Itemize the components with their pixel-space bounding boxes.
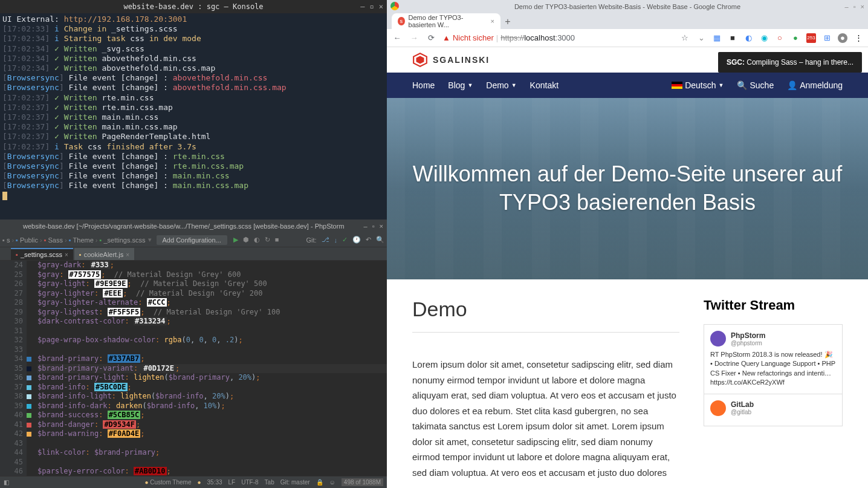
code-area[interactable]: $gray-dark: #333;$gray: #757575; // Mate… xyxy=(27,261,387,476)
maximize-icon[interactable]: ▫ xyxy=(853,0,856,13)
main-nav: Home Blog ▼ Demo ▼ Kontakt Deutsch ▼ 🔍 S… xyxy=(387,73,868,98)
svg-marker-1 xyxy=(416,56,424,64)
close-tab-icon[interactable]: × xyxy=(491,18,494,25)
tweet[interactable]: PhpStorm@phpstorm RT PhpStorm 2018.3 is … xyxy=(704,324,843,394)
browser-tab[interactable]: s Demo der TYPO3-basierten W... × xyxy=(392,13,500,29)
code-editor[interactable]: 2425262728293031323334353637383940414243… xyxy=(0,261,387,476)
flag-de-icon xyxy=(672,82,682,89)
line-separator[interactable]: LF xyxy=(228,479,236,486)
phpstorm-titlebar: website-base.dev [~/Projects/vagrant-web… xyxy=(0,220,387,233)
nav-blog[interactable]: Blog ▼ xyxy=(448,80,473,90)
minimize-icon[interactable]: – xyxy=(364,220,368,233)
search-button[interactable]: 🔍 Suche xyxy=(737,80,774,90)
ext-icon[interactable]: ⌄ xyxy=(696,33,706,43)
konsole-window: website-base.dev : sgc — Konsole – ▫ × U… xyxy=(0,0,387,220)
security-warning[interactable]: ▲ Nicht sicher xyxy=(442,33,494,42)
tweet-handle: @gitlab xyxy=(731,409,754,415)
editor-tabs: ▪ _settings.scss ×▪ cookieAlert.js × xyxy=(0,247,387,261)
sidebar: Twitter Stream PhpStorm@phpstorm RT PhpS… xyxy=(704,298,843,480)
body-text: Lorem ipsum dolor sit amet, consetetur s… xyxy=(412,357,679,480)
ext-icon[interactable]: ■ xyxy=(728,33,737,43)
run-icon[interactable]: ▶ xyxy=(233,236,238,244)
cursor-position[interactable]: 35:33 xyxy=(207,479,222,486)
back-button[interactable]: ← xyxy=(392,33,403,42)
ext-icon[interactable]: 253 xyxy=(806,33,816,43)
new-tab-button[interactable]: + xyxy=(500,15,515,29)
add-configuration-button[interactable]: Add Configuration... xyxy=(157,235,227,245)
extensions: ⌄ ▦ ■ ◐ ◉ ○ ● 253 ⊞ ● ⋮ xyxy=(696,33,863,43)
ext-icon[interactable]: ⊞ xyxy=(822,33,832,43)
git-history-icon[interactable]: 🕐 xyxy=(352,236,361,244)
minimize-icon[interactable]: – xyxy=(845,0,849,13)
bookmark-icon[interactable]: ☆ xyxy=(679,33,690,42)
coverage-icon[interactable]: ◐ xyxy=(254,236,260,244)
konsole-titlebar: website-base.dev : sgc — Konsole – ▫ × xyxy=(0,0,387,13)
phpstorm-window: website-base.dev [~/Projects/vagrant-web… xyxy=(0,220,387,488)
close-tab-icon[interactable]: × xyxy=(126,252,129,258)
chrome-titlebar: Demo der TYPO3-basierten Website-Basis -… xyxy=(387,0,868,13)
ext-icon[interactable]: ◐ xyxy=(743,33,753,43)
git-controls: Git: ⎇ ↓ ✓ 🕐 ↶ 🔍 xyxy=(306,236,384,244)
status-bar: ◧ ● Custom Theme ● 35:33 LF UTF-8 Tab Gi… xyxy=(0,476,387,488)
ext-icon[interactable]: ◉ xyxy=(759,33,769,43)
ext-icon[interactable]: ▦ xyxy=(712,33,722,43)
git-commit-icon[interactable]: ✓ xyxy=(342,236,348,244)
hero: Willkommen auf der Demo-Seite unserer au… xyxy=(387,98,868,279)
close-icon[interactable]: × xyxy=(861,0,864,13)
terminal-output[interactable]: UI External: http://192.168.178.20:3001 … xyxy=(0,13,387,202)
url-field[interactable]: ▲ Nicht sicher | https://localhost:3000 xyxy=(442,33,673,42)
notification-icon[interactable]: ● xyxy=(197,479,201,486)
language-switcher[interactable]: Deutsch ▼ xyxy=(672,80,724,90)
git-update-icon[interactable]: ↓ xyxy=(334,236,338,244)
twitter-heading: Twitter Stream xyxy=(704,298,843,313)
memory-indicator[interactable]: 498 of 1088M xyxy=(342,478,383,486)
sgc-toast: SGC: Compiling Sass – hang in there... xyxy=(718,52,862,73)
menu-icon[interactable]: ⋮ xyxy=(853,33,863,43)
close-tab-icon[interactable]: × xyxy=(65,252,68,258)
phpstorm-toolbar: ▪ s ›▪ Public ›▪ Sass ›▪ Theme ›▪ _setti… xyxy=(0,233,387,247)
debug-icon[interactable]: ⬢ xyxy=(243,236,249,244)
konsole-title-text: website-base.dev : sgc — Konsole xyxy=(123,2,263,11)
nav-home[interactable]: Home xyxy=(412,80,435,90)
phpstorm-title-text: website-base.dev [~/Projects/vagrant-web… xyxy=(4,220,364,233)
tweet[interactable]: GitLab@gitlab xyxy=(704,394,843,426)
chevron-down-icon: ▼ xyxy=(467,82,473,88)
logo[interactable]: SGALINSKI xyxy=(412,52,490,68)
close-icon[interactable]: × xyxy=(380,220,383,233)
minimize-icon[interactable]: – xyxy=(360,0,364,13)
viewport: SGC: Compiling Sass – hang in there... S… xyxy=(387,47,868,488)
tweet-handle: @phpstorm xyxy=(731,340,765,346)
maximize-icon[interactable]: ▫ xyxy=(370,0,374,13)
reload-button[interactable]: ⟳ xyxy=(426,33,436,42)
editor-tab[interactable]: ▪ _settings.scss × xyxy=(11,248,73,260)
git-branch-icon[interactable]: ⎇ xyxy=(322,236,329,244)
git-revert-icon[interactable]: ↶ xyxy=(366,236,371,244)
git-branch[interactable]: Git: master xyxy=(280,479,310,486)
breadcrumb-dropdown-icon[interactable]: ▾ xyxy=(148,236,152,244)
stop-icon[interactable]: ■ xyxy=(275,236,279,244)
tweet-author: GitLab xyxy=(731,400,754,409)
ext-icon[interactable]: ● xyxy=(791,33,800,43)
indent[interactable]: Tab xyxy=(265,479,274,486)
login-button[interactable]: 👤 Anmeldung xyxy=(787,80,843,90)
chrome-icon xyxy=(390,2,399,10)
avatar-icon[interactable]: ● xyxy=(838,33,847,43)
profile-icon[interactable]: ↻ xyxy=(265,236,270,244)
theme-indicator[interactable]: ● Custom Theme xyxy=(144,479,191,486)
nav-demo[interactable]: Demo ▼ xyxy=(486,80,516,90)
search-icon[interactable]: 🔍 xyxy=(376,236,384,244)
nav-contact[interactable]: Kontakt xyxy=(530,80,559,90)
encoding[interactable]: UTF-8 xyxy=(241,479,258,486)
hero-heading: Willkommen auf der Demo-Seite unserer au… xyxy=(387,160,868,217)
chrome-title-text: Demo der TYPO3-basierten Website-Basis -… xyxy=(514,3,740,10)
main-column: Demo Lorem ipsum dolor sit amet, consete… xyxy=(412,298,679,480)
inspect-icon[interactable]: ☺ xyxy=(329,479,335,486)
close-icon[interactable]: × xyxy=(379,0,383,13)
maximize-icon[interactable]: ▫ xyxy=(372,220,375,233)
ext-icon[interactable]: ○ xyxy=(775,33,785,43)
lock-icon[interactable]: 🔒 xyxy=(316,479,323,486)
event-log-icon[interactable]: ◧ xyxy=(4,479,9,486)
editor-tab[interactable]: ▪ cookieAlert.js × xyxy=(74,248,134,260)
page-heading: Demo xyxy=(412,298,679,333)
breadcrumb[interactable]: ▪ s ›▪ Public ›▪ Sass ›▪ Theme ›▪ _setti… xyxy=(2,236,146,244)
